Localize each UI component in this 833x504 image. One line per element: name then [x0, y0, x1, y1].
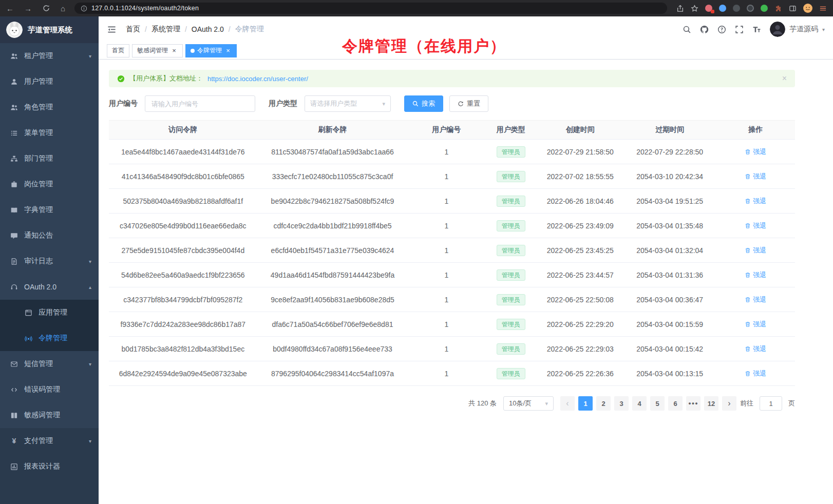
sidebar-toggle-icon[interactable]	[107, 25, 117, 34]
active-tab-dot	[191, 49, 195, 53]
sidebar-item-oauth2[interactable]: OAuth 2.0▴	[0, 274, 99, 300]
page-button-12[interactable]: 12	[704, 396, 718, 411]
sidebar-item-user[interactable]: 用户管理	[0, 69, 99, 94]
font-size-icon[interactable]	[752, 25, 761, 34]
page-button-6[interactable]: 6	[668, 396, 683, 411]
pager-ellipsis[interactable]: ●●●	[686, 396, 701, 411]
sidebar-menu: 租户管理▾用户管理角色管理菜单管理部门管理岗位管理字典管理通知公告审计日志▾OA…	[0, 43, 99, 428]
force-logout-button[interactable]: 强退	[745, 295, 766, 304]
user-type-select[interactable]: 请选择用户类型 ▾	[305, 95, 391, 112]
sidebar-item-dict[interactable]: 字典管理	[0, 197, 99, 223]
sidebar-item-app[interactable]: 应用管理	[0, 300, 99, 325]
cell-refresh-token: 9ce8ef2aa9f14056b831ae9b608e28d5	[257, 287, 408, 312]
force-logout-button[interactable]: 强退	[745, 221, 766, 230]
goto-unit: 页	[788, 399, 795, 408]
breadcrumb-system[interactable]: 系统管理	[152, 25, 180, 34]
sidebar-item-pay[interactable]: ¥支付管理▾	[0, 428, 99, 454]
breadcrumb-home[interactable]: 首页	[126, 25, 140, 34]
side-panel-icon[interactable]	[789, 5, 797, 12]
table-row: 275e5de9151045fe87cbdc395e004f4d e6cfd40…	[109, 238, 795, 263]
cell-created-time: 2022-07-29 21:58:50	[537, 140, 623, 164]
browser-nav-buttons: ← → ⌂	[6, 4, 65, 13]
sidebar-item-dept[interactable]: 部门管理	[0, 146, 99, 171]
sidebar-item-label: 审计日志	[24, 257, 83, 266]
banner-close-icon[interactable]: ×	[782, 74, 787, 83]
force-logout-button[interactable]: 强退	[745, 369, 766, 378]
forward-icon[interactable]: →	[24, 4, 32, 13]
sidebar-item-tenant[interactable]: 租户管理▾	[0, 43, 99, 69]
home-icon[interactable]: ⌂	[61, 4, 65, 13]
extension-pink[interactable]	[705, 5, 712, 12]
prev-page-button[interactable]: ‹	[560, 396, 575, 411]
sidebar-item-label: 菜单管理	[24, 128, 91, 138]
sidebar-item-label: 短信管理	[24, 359, 83, 369]
sidebar-item-sms[interactable]: 短信管理▾	[0, 351, 99, 377]
token-table-body: 1ea5e44f8bc1467aaede43144f31de76 811c530…	[109, 140, 795, 386]
cell-created-time: 2022-06-26 18:04:46	[537, 189, 623, 214]
github-icon[interactable]	[700, 25, 709, 34]
fullscreen-icon[interactable]	[735, 25, 744, 34]
sidebar-menu-bottom: ¥支付管理▾报表设计器	[0, 428, 99, 504]
cell-access-token: 502375b8040a469a9b82188afdf6af1f	[109, 189, 257, 214]
back-icon[interactable]: ←	[6, 4, 14, 13]
app-logo[interactable]: 芋道管理系统	[0, 16, 99, 43]
cell-user-type: 管理员	[485, 140, 537, 164]
col-created-time: 创建时间	[537, 121, 623, 140]
force-logout-button[interactable]: 强退	[745, 197, 766, 206]
goto-page-input[interactable]	[760, 396, 782, 411]
browser-menu-icon[interactable]	[819, 5, 827, 12]
sidebar-item-menu[interactable]: 菜单管理	[0, 120, 99, 146]
browser-profile-avatar[interactable]	[803, 4, 812, 13]
sidebar-item-role[interactable]: 角色管理	[0, 94, 99, 120]
sidebar-item-errcode[interactable]: 错误码管理	[0, 377, 99, 402]
search-button[interactable]: 搜索	[404, 95, 443, 112]
doc-link[interactable]: https://doc.iocoder.cn/user-center/	[207, 75, 308, 83]
tab-home[interactable]: 首页	[107, 44, 129, 57]
page-button-1[interactable]: 1	[578, 396, 593, 411]
force-logout-button[interactable]: 强退	[745, 344, 766, 354]
page-button-2[interactable]: 2	[596, 396, 611, 411]
page-button-3[interactable]: 3	[614, 396, 629, 411]
sidebar-item-notice[interactable]: 通知公告	[0, 223, 99, 248]
sidebar-item-token[interactable]: 令牌管理	[0, 325, 99, 351]
help-icon[interactable]	[717, 25, 726, 34]
sidebar-item-sensitive[interactable]: 敏感词管理	[0, 402, 99, 428]
puzzle-icon[interactable]	[774, 5, 782, 12]
force-logout-button[interactable]: 强退	[745, 172, 766, 181]
cell-refresh-token: be90422b8c7946218275a508bf524fc9	[257, 189, 408, 214]
search-icon[interactable]	[683, 25, 691, 34]
cell-created-time: 2022-06-25 23:44:57	[537, 263, 623, 287]
tab-sensitive-words[interactable]: 敏感词管理×	[132, 44, 183, 57]
extension-dark-icon[interactable]	[733, 5, 740, 12]
sidebar-item-report[interactable]: 报表设计器	[0, 454, 99, 479]
cell-expire-time: 2054-03-04 01:31:36	[623, 263, 716, 287]
extension-blue-icon[interactable]	[719, 5, 726, 12]
force-logout-button[interactable]: 强退	[745, 270, 766, 280]
extension-green-icon[interactable]	[761, 5, 768, 12]
tab-token-management[interactable]: 令牌管理×	[185, 44, 237, 57]
page-button-5[interactable]: 5	[650, 396, 665, 411]
force-logout-button[interactable]: 强退	[745, 320, 766, 329]
share-icon[interactable]	[676, 5, 684, 12]
extension-ring-icon[interactable]	[747, 5, 754, 12]
tab-bar: 首页 敏感词管理× 令牌管理×	[99, 42, 833, 60]
success-check-icon	[117, 75, 125, 83]
reset-button[interactable]: 重置	[449, 95, 488, 112]
tab-close-icon[interactable]: ×	[171, 47, 178, 54]
logo-image	[6, 22, 23, 38]
force-logout-button[interactable]: 强退	[745, 147, 766, 157]
user-menu[interactable]: 芋道源码 ▾	[770, 22, 825, 37]
table-row: 1ea5e44f8bc1467aaede43144f31de76 811c530…	[109, 140, 795, 164]
sidebar-item-audit[interactable]: 审计日志▾	[0, 248, 99, 274]
tab-close-icon[interactable]: ×	[224, 47, 232, 54]
user-id-input[interactable]	[145, 95, 255, 112]
next-page-button[interactable]: ›	[722, 396, 736, 411]
breadcrumb-oauth2[interactable]: OAuth 2.0	[192, 25, 224, 33]
force-logout-button[interactable]: 强退	[745, 246, 766, 255]
bookmark-star-icon[interactable]	[691, 5, 698, 12]
url-bar[interactable]: 127.0.0.1:1024/system/oauth2/token	[74, 3, 667, 14]
page-size-select[interactable]: 10条/页 ▾	[503, 396, 554, 411]
sidebar-item-post[interactable]: 岗位管理	[0, 171, 99, 197]
page-button-4[interactable]: 4	[632, 396, 647, 411]
reload-icon[interactable]	[42, 4, 50, 12]
